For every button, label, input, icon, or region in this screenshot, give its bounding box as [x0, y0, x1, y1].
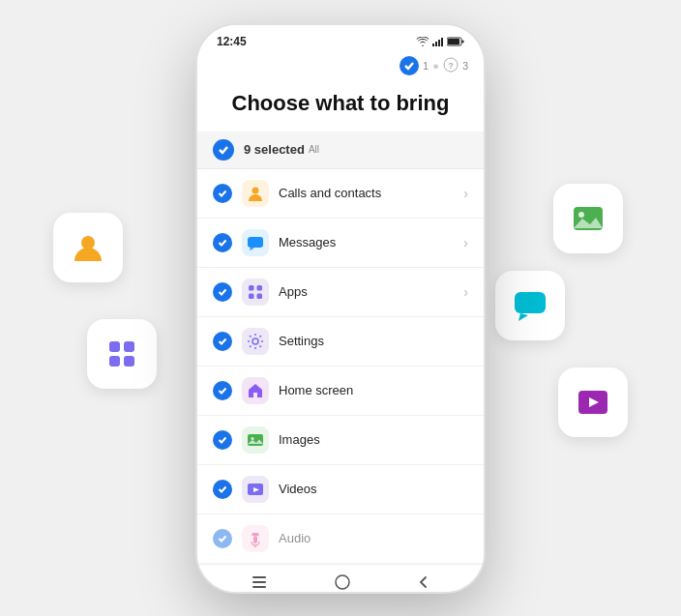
calls-icon: [247, 185, 264, 202]
svg-rect-12: [438, 40, 440, 46]
check-settings[interactable]: [213, 332, 232, 351]
images-icon: [247, 431, 264, 449]
svg-point-27: [252, 437, 254, 440]
svg-rect-24: [257, 293, 263, 299]
status-bar: 12:45: [197, 25, 484, 54]
svg-point-25: [252, 338, 258, 344]
videos-label: Videos: [279, 482, 468, 496]
wifi-icon: [416, 37, 429, 46]
selection-header[interactable]: 9 selected All: [197, 132, 484, 169]
floating-chat-icon: [495, 271, 565, 340]
help-icon: ?: [443, 57, 459, 73]
check-images[interactable]: [213, 430, 232, 450]
step-help: ?: [443, 57, 459, 74]
svg-rect-4: [124, 356, 134, 367]
floating-video-icon: [558, 367, 628, 437]
svg-point-0: [81, 236, 95, 249]
svg-rect-1: [109, 341, 120, 352]
menu-item-videos[interactable]: Videos: [197, 465, 484, 514]
svg-rect-26: [248, 434, 263, 446]
settings-label: Settings: [279, 334, 468, 348]
calls-label: Calls and contacts: [279, 186, 463, 200]
status-time: 12:45: [217, 35, 247, 48]
menu-item-images[interactable]: Images: [197, 416, 484, 465]
messages-icon-wrap: [242, 229, 269, 256]
all-label: All: [309, 144, 319, 155]
apps-label: Apps: [279, 284, 463, 299]
videos-icon-wrap: [242, 476, 269, 503]
images-label: Images: [279, 432, 468, 447]
svg-rect-15: [462, 40, 464, 43]
menu-item-messages[interactable]: Messages ›: [197, 219, 484, 268]
settings-icon: [247, 333, 264, 350]
check-messages[interactable]: [213, 233, 232, 252]
svg-text:?: ?: [448, 61, 454, 71]
apps-icon-wrap: [242, 279, 269, 306]
floating-apps-icon: [87, 319, 157, 389]
back-chevron-icon: [417, 575, 430, 589]
signal-icon: [432, 37, 444, 46]
check-apps[interactable]: [213, 282, 232, 302]
menu-list: Calls and contacts › Messages ›: [197, 169, 484, 564]
svg-rect-34: [252, 586, 266, 588]
svg-rect-5: [515, 292, 546, 313]
calls-chevron: ›: [463, 186, 468, 201]
messages-label: Messages: [279, 235, 463, 249]
phone-frame: 12:45: [195, 23, 486, 594]
check-all-button[interactable]: [213, 139, 234, 161]
svg-rect-20: [248, 237, 263, 248]
homescreen-icon: [247, 382, 264, 399]
menu-item-audio[interactable]: Audio: [197, 514, 484, 564]
page-title: Choose what to bring: [197, 79, 484, 132]
check-calls[interactable]: [213, 184, 232, 203]
menu-item-settings[interactable]: Settings: [197, 317, 484, 367]
floating-person-icon: [53, 213, 123, 282]
nav-bar: [197, 564, 484, 592]
menu-item-calls[interactable]: Calls and contacts ›: [197, 169, 484, 219]
svg-rect-22: [257, 285, 263, 291]
audio-label: Audio: [279, 531, 468, 545]
homescreen-icon-wrap: [242, 377, 269, 404]
svg-rect-13: [441, 38, 443, 46]
check-audio[interactable]: [213, 529, 232, 548]
nav-menu-icon[interactable]: [251, 575, 268, 592]
nav-back-icon[interactable]: [417, 575, 430, 592]
homescreen-label: Home screen: [279, 383, 468, 397]
messages-icon: [247, 234, 264, 251]
check-videos[interactable]: [213, 480, 232, 499]
menu-item-homescreen[interactable]: Home screen: [197, 367, 484, 416]
circle-home-icon: [335, 574, 350, 590]
svg-rect-10: [432, 44, 434, 46]
step-indicator-row: 1 ● ? 3: [197, 54, 484, 79]
step-circle: [400, 56, 419, 75]
svg-rect-33: [252, 581, 266, 583]
floating-image-icon: [553, 184, 623, 253]
calls-icon-wrap: [242, 180, 269, 207]
svg-rect-32: [252, 576, 266, 578]
status-icons: [416, 37, 464, 46]
svg-rect-21: [249, 285, 254, 291]
hamburger-icon: [251, 575, 268, 589]
svg-rect-30: [253, 536, 257, 543]
videos-icon: [247, 481, 264, 498]
svg-point-7: [578, 212, 584, 218]
audio-icon: [247, 530, 264, 547]
step-label: 1: [423, 60, 429, 72]
menu-item-apps[interactable]: Apps ›: [197, 268, 484, 317]
svg-rect-2: [124, 341, 134, 352]
images-icon-wrap: [242, 426, 269, 454]
svg-rect-23: [249, 293, 254, 299]
check-homescreen[interactable]: [213, 381, 232, 400]
battery-icon: [447, 37, 464, 46]
settings-icon-wrap: [242, 328, 269, 355]
svg-rect-11: [435, 42, 437, 46]
svg-rect-3: [109, 356, 120, 367]
step-indicator: 1 ● ? 3: [400, 56, 468, 75]
audio-icon-wrap: [242, 525, 269, 552]
svg-point-19: [252, 187, 259, 193]
svg-rect-16: [448, 39, 459, 44]
nav-home-icon[interactable]: [335, 574, 350, 592]
step-total-label: 3: [462, 60, 468, 72]
svg-point-35: [336, 575, 349, 589]
apps-chevron: ›: [463, 284, 468, 300]
